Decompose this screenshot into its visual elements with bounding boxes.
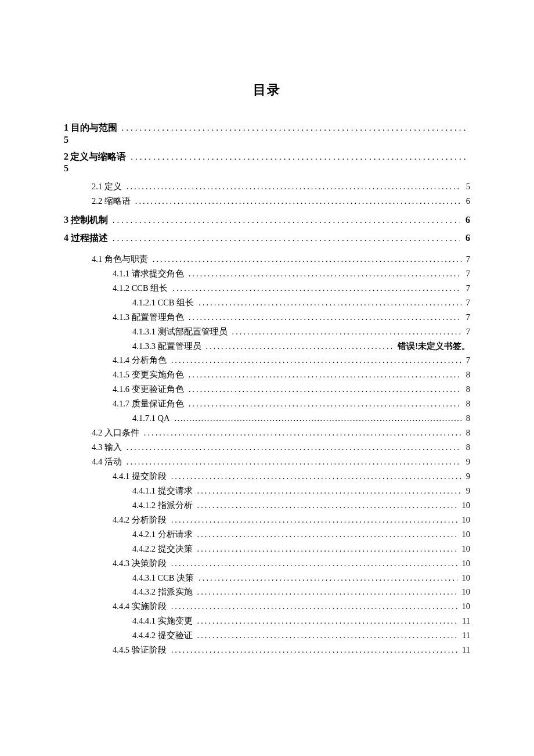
toc-label: 4.3 输入	[92, 440, 122, 455]
toc-entry: 4.1.3.1 测试部配置管理员 7	[64, 325, 470, 339]
toc-entry: 4.4.3.1 CCB 决策 10	[64, 571, 470, 585]
toc-entry: 4.1.1 请求提交角色 7	[64, 267, 470, 281]
toc-label: 4.1.3.3 配置管理员	[132, 339, 201, 354]
toc-label: 4.1.1 请求提交角色	[113, 267, 184, 281]
toc-page: 10	[460, 571, 471, 585]
toc-entry: 4.1.3 配置管理角色 7	[64, 310, 470, 325]
toc-page: 8	[464, 426, 470, 440]
toc-leader	[122, 121, 468, 136]
toc-leader	[197, 585, 457, 599]
toc-leader	[197, 527, 457, 542]
toc-page: 7	[464, 310, 470, 325]
toc-label: 4.1.3.1 测试部配置管理员	[132, 325, 228, 339]
toc-num: 2	[64, 149, 70, 164]
toc-label: 4.1.7.1 QA	[132, 411, 169, 426]
toc-leader	[197, 498, 457, 513]
toc-page: 10	[460, 585, 471, 599]
toc-leader	[206, 339, 394, 354]
toc-page: 10	[460, 527, 471, 542]
toc-label: 4.1.6 变更验证角色	[113, 382, 184, 397]
toc-label: 4.1.3 配置管理角色	[113, 310, 184, 325]
toc-label: 目的与范围	[71, 120, 117, 135]
toc-label: 4.4.1.2 指派分析	[132, 498, 193, 513]
toc-label: 4.1.2.1 CCB 组长	[132, 296, 194, 310]
toc-entry: 4.4.5 验证阶段 11	[64, 643, 470, 657]
toc-leader	[199, 296, 461, 310]
toc-leader	[171, 643, 457, 657]
toc-leader	[197, 628, 458, 643]
toc-label: 4.4 活动	[92, 455, 122, 469]
toc-entry: 4.1.2 CCB 组长 7	[64, 281, 470, 296]
toc-num: 1	[64, 120, 71, 135]
toc-leader	[153, 252, 461, 267]
toc-leader	[232, 325, 461, 339]
toc-entry: 4.4.1.2 指派分析 10	[64, 498, 470, 513]
toc-label: 4.4.3 决策阶段	[113, 556, 167, 571]
toc-entry: 4.1.3.3 配置管理员 错误!未定义书签。	[64, 339, 470, 354]
toc-leader	[199, 571, 457, 585]
toc-entry: 4.4.2 分析阶段 10	[64, 513, 470, 527]
toc-label: 4.4.5 验证阶段	[113, 643, 167, 657]
toc-leader	[189, 397, 461, 411]
toc-label: 4.4.2.2 提交决策	[132, 542, 193, 556]
toc-page: 10	[460, 513, 471, 527]
toc-page: 8	[464, 382, 470, 397]
toc-entry: 4.4.4.1 实施变更 11	[64, 614, 470, 628]
toc-entry: 4.4.3 决策阶段 10	[64, 556, 470, 571]
toc-page: 11	[460, 643, 470, 657]
toc-entry: 4.4.1 提交阶段 9	[64, 469, 470, 484]
toc-entry: 4.1.7.1 QA 8	[64, 411, 470, 426]
toc-entry: 4.3 输入 8	[64, 440, 470, 455]
toc-leader	[189, 267, 461, 281]
toc-entry: 4.4.4.2 提交验证 11	[64, 628, 470, 643]
toc-page: 6	[462, 230, 470, 246]
toc-page: 9	[464, 469, 470, 484]
toc-leader	[127, 179, 461, 194]
toc-page: 9	[464, 484, 470, 498]
toc-entry: 4.2 入口条件 8	[64, 426, 470, 440]
toc-label: 4.4.2 分析阶段	[113, 513, 167, 527]
toc-label: 4.2 入口条件	[92, 426, 139, 440]
toc-entry: 4.1.2.1 CCB 组长 7	[64, 296, 470, 310]
toc-label: 2.1 定义	[92, 179, 122, 194]
toc-label: 4.4.1.1 提交请求	[132, 484, 193, 498]
toc-label: 4.4.3.2 指派实施	[132, 585, 193, 599]
toc-entry: 4.1.7 质量保证角色 8	[64, 397, 470, 411]
toc-label: 4.4.4.1 实施变更	[132, 614, 193, 628]
toc-page: 7	[464, 353, 470, 368]
toc-page-wrap: 5	[64, 163, 470, 174]
toc-sub-block: 2.1 定义 52.2 缩略语 6	[64, 179, 470, 208]
toc-entry: 2.1 定义 5	[64, 179, 470, 194]
toc-leader	[189, 368, 461, 382]
toc-label: 控制机制	[71, 212, 108, 228]
toc-leader	[144, 426, 461, 440]
toc-entry: 4.4.2.1 分析请求 10	[64, 527, 470, 542]
toc-leader	[135, 194, 461, 208]
toc-entry: 4.4 活动 9	[64, 455, 470, 469]
toc-label: 4.1.4 分析角色	[113, 353, 167, 368]
toc-leader	[197, 484, 461, 498]
toc-leader	[127, 455, 461, 469]
toc-page: 7	[464, 325, 470, 339]
toc-page-wrap: 5	[64, 135, 470, 145]
toc-entry: 4.1.6 变更验证角色 8	[64, 382, 470, 397]
toc-leader	[171, 556, 457, 571]
table-of-contents: 1目的与范围 52定义与缩略语 52.1 定义 52.2 缩略语 63控制机制 …	[64, 120, 470, 657]
toc-entry: 4.4.1.1 提交请求 9	[64, 484, 470, 498]
toc-page: 7	[464, 296, 470, 310]
toc-label: 4.1.7 质量保证角色	[113, 397, 184, 411]
toc-leader	[171, 599, 457, 614]
toc-leader	[171, 513, 457, 527]
toc-leader	[189, 382, 461, 397]
toc-page: 10	[460, 498, 471, 513]
toc-label: 4.1.5 变更实施角色	[113, 368, 184, 382]
toc-entry: 1目的与范围	[64, 120, 470, 136]
toc-entry: 4.1.4 分析角色 7	[64, 353, 470, 368]
toc-page: 11	[460, 628, 470, 643]
toc-page: 5	[64, 135, 68, 145]
toc-leader	[172, 281, 461, 296]
toc-leader	[113, 231, 460, 246]
toc-entry: 2定义与缩略语	[64, 149, 470, 165]
toc-page: 6	[464, 194, 470, 208]
toc-leader	[171, 353, 461, 368]
